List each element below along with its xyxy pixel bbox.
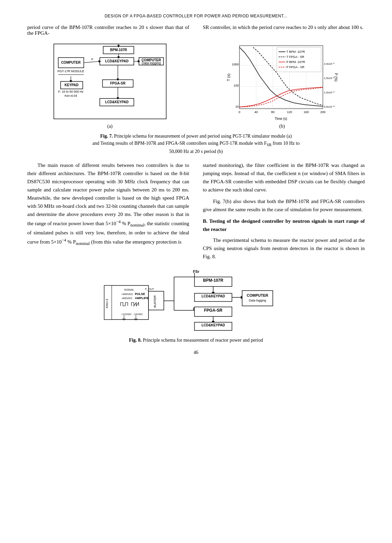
figure8-diagram: KNU-3 SIGNAL +400VDC PULSE -400VDC AMPLI…	[101, 267, 292, 335]
body-left: The main reason of different results bet…	[27, 161, 189, 261]
svg-text:LCD&KEYPAD: LCD&KEYPAD	[105, 100, 128, 104]
svg-text:KNU-3: KNU-3	[105, 299, 109, 308]
svg-text:FSr: FSr	[193, 269, 199, 274]
svg-text:1,0x10⁻³: 1,0x10⁻³	[324, 91, 334, 94]
fig7-caption: Fig. 7. Principle schema for measurement…	[27, 133, 365, 155]
page-number: 46	[27, 350, 365, 355]
svg-text:+400VDC: +400VDC	[121, 293, 133, 296]
intro-section: period curve of the BPM-107R controller …	[27, 25, 365, 36]
svg-text:T BPM -107R: T BPM -107R	[286, 50, 305, 53]
svg-text:Data logging: Data logging	[142, 61, 161, 65]
svg-text:80: 80	[271, 110, 275, 114]
intro-right: SR controller, in which the period curve…	[203, 25, 365, 36]
svg-text:200: 200	[320, 110, 326, 114]
svg-text:SIGNAL: SIGNAL	[124, 288, 134, 291]
svg-text:+12VDC: +12VDC	[121, 313, 132, 316]
svg-text:F: F	[91, 58, 93, 61]
figure-b-chart: T (s) P (%) Time (s) 10 100 1000 5,0x10⁻…	[226, 42, 338, 122]
body-section: The main reason of different results bet…	[27, 161, 365, 261]
svg-text:Data logging: Data logging	[249, 299, 266, 302]
svg-text:Ksr=4.04: Ksr=4.04	[65, 94, 77, 97]
svg-text:LCD&KEYPAD: LCD&KEYPAD	[201, 294, 225, 298]
svg-text:160: 160	[304, 110, 309, 114]
svg-rect-91	[242, 291, 273, 306]
svg-text:FPGA-SR: FPGA-SR	[110, 81, 126, 85]
page-header: DESIGN OF A FPGA-BASED CONTROLLER FOR PO…	[27, 14, 365, 18]
svg-text:1000: 1000	[232, 63, 239, 66]
svg-text:2,0x10⁻³: 2,0x10⁻³	[324, 62, 334, 65]
figures-row: BPM-107R COMPUTER PGT-17R MODULE LCD&KEY…	[27, 42, 365, 129]
fig-a-label: (a)	[107, 124, 113, 129]
svg-text:F_OUT: F_OUT	[145, 288, 154, 291]
fig-b-label: (b)	[279, 124, 285, 129]
svg-text:T (s): T (s)	[226, 74, 231, 81]
svg-text:P (%): P (%)	[334, 73, 338, 82]
section-heading: B. Testing of the designed controller by…	[203, 217, 365, 233]
svg-text:120: 120	[287, 110, 292, 114]
svg-text:Time (s): Time (s)	[275, 117, 287, 121]
svg-text:P BPM -107R: P BPM -107R	[286, 60, 305, 64]
svg-text:LCD&KEYPAD: LCD&KEYPAD	[105, 59, 128, 63]
svg-text:BUFFER: BUFFER	[153, 295, 157, 308]
figure-a: BPM-107R COMPUTER PGT-17R MODULE LCD&KEY…	[52, 42, 168, 122]
svg-text:0: 0	[239, 110, 240, 114]
svg-text:1,5x10⁻³: 1,5x10⁻³	[324, 77, 334, 80]
svg-text:KEYPAD: KEYPAD	[64, 83, 78, 87]
svg-text:40: 40	[254, 110, 258, 114]
svg-text:T FPGA - SR: T FPGA - SR	[286, 55, 304, 59]
svg-text:5,0x10⁻⁴: 5,0x10⁻⁴	[324, 105, 334, 108]
intro-left: period curve of the BPM-107R controller …	[27, 25, 189, 36]
svg-text:-400VDC: -400VDC	[121, 297, 132, 300]
svg-text:LCD&KEYPAD: LCD&KEYPAD	[201, 323, 225, 327]
svg-text:COMPUTER: COMPUTER	[247, 293, 268, 297]
svg-text:P FPGA - SR: P FPGA - SR	[286, 65, 304, 69]
body-right: started monitoring), the filter coeffici…	[203, 161, 365, 261]
svg-text:100: 100	[234, 84, 239, 87]
svg-text:FPGA-SR: FPGA-SR	[204, 308, 222, 313]
figure8-container: KNU-3 SIGNAL +400VDC PULSE -400VDC AMPLI…	[27, 267, 365, 335]
fig8-caption: Fig. 8. Principle schema for measurement…	[27, 338, 365, 343]
svg-text:PGT-17R MODULE: PGT-17R MODULE	[57, 69, 84, 73]
svg-text:10: 10	[235, 105, 239, 108]
svg-text:COMPUTER: COMPUTER	[61, 61, 81, 64]
svg-text:BPM-107R: BPM-107R	[203, 278, 223, 283]
svg-text:BPM-107R: BPM-107R	[110, 48, 127, 52]
svg-text:-12VDC: -12VDC	[133, 313, 143, 316]
svg-text:PULSE: PULSE	[135, 292, 145, 296]
svg-text:F: 10 to 50 000 Hz: F: 10 to 50 000 Hz	[58, 90, 84, 93]
